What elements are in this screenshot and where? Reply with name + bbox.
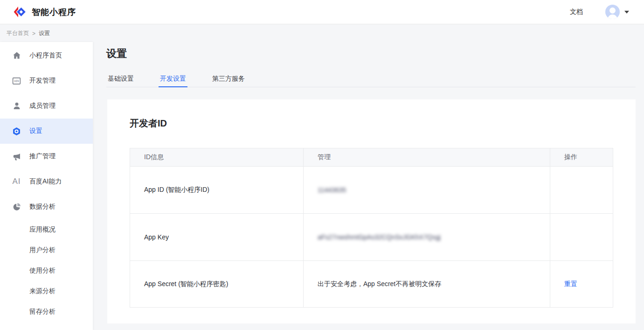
sidebar-item-home[interactable]: 小程序首页	[0, 43, 93, 68]
table-row-app-secret: App Secret (智能小程序密匙) 出于安全考虑，App Secret不再…	[130, 261, 613, 307]
sidebar-subitem-user-analysis[interactable]: 用户分析	[0, 240, 93, 260]
sidebar-item-label: 数据分析	[29, 203, 55, 211]
megaphone-icon	[12, 152, 21, 161]
breadcrumb-current: 设置	[39, 29, 50, 37]
table-row-app-key: App Key aFs27nwshmtGpAs32CQnSxJGKhX7Qsgj	[130, 214, 613, 261]
tab-basic-settings[interactable]: 基础设置	[106, 70, 135, 87]
ai-icon-text: AI	[12, 177, 21, 186]
ai-icon: AI	[12, 177, 21, 187]
sidebar-item-members[interactable]: 成员管理	[0, 93, 93, 119]
tab-third-party-services[interactable]: 第三方服务	[211, 70, 246, 87]
settings-gear-icon	[12, 126, 21, 136]
chevron-down-icon[interactable]	[624, 11, 629, 14]
table-header-management: 管理	[304, 148, 550, 166]
sidebar-subitem-source-analysis[interactable]: 来源分析	[0, 281, 93, 302]
brand-title: 智能小程序	[32, 7, 76, 18]
reset-secret-button[interactable]: 重置	[564, 280, 577, 288]
sidebar-item-label: 百度AI能力	[29, 177, 62, 186]
breadcrumb-separator: >	[32, 30, 35, 37]
breadcrumb-platform-home[interactable]: 平台首页	[7, 29, 29, 37]
header-right: 文档	[570, 5, 629, 19]
sidebar-item-label: 成员管理	[29, 102, 55, 110]
sidebar-item-label: 小程序首页	[29, 51, 62, 60]
settings-tabs: 基础设置 开发设置 第三方服务	[106, 70, 636, 87]
home-icon	[12, 51, 21, 61]
sidebar-subitem-app-overview[interactable]: 应用概况	[0, 219, 93, 240]
table-header-actions: 操作	[550, 148, 613, 166]
sidebar-subitem-usage-analysis[interactable]: 使用分析	[0, 260, 93, 281]
table-row-app-id: App ID (智能小程序ID) 11443635	[130, 167, 613, 214]
user-avatar[interactable]	[605, 5, 620, 19]
pie-chart-icon	[12, 202, 21, 212]
sidebar-item-settings[interactable]: 设置	[0, 119, 93, 144]
developer-id-table: ID信息 管理 操作 App ID (智能小程序ID) 11443635 App…	[130, 148, 613, 308]
app-key-action-cell	[550, 214, 613, 260]
sidebar-item-data-analysis[interactable]: 数据分析	[0, 194, 93, 219]
page-title: 设置	[106, 47, 127, 61]
sidebar-item-label: 设置	[29, 127, 42, 135]
brand-logo[interactable]: 智能小程序	[13, 6, 76, 18]
developer-id-heading: 开发者ID	[130, 117, 167, 130]
sidebar-item-label: 推广管理	[29, 152, 55, 161]
app-id-value-redacted: 11443635	[318, 186, 346, 194]
members-icon	[12, 101, 21, 111]
app-key-label: App Key	[144, 233, 169, 241]
svg-text:</>: </>	[14, 79, 19, 83]
top-header: 智能小程序 文档	[0, 0, 644, 24]
docs-link[interactable]: 文档	[570, 8, 583, 16]
breadcrumb: 平台首页 > 设置	[0, 25, 644, 42]
sidebar-subitem-retention-analysis[interactable]: 留存分析	[0, 302, 93, 322]
smartapp-logo-icon	[13, 6, 27, 18]
sidebar-nav: 小程序首页 </> 开发管理 成员管理 设置	[0, 42, 93, 330]
sidebar-item-label: 开发管理	[29, 77, 55, 85]
app-id-label: App ID (智能小程序ID)	[144, 186, 209, 194]
sidebar-item-dev-management[interactable]: </> 开发管理	[0, 68, 93, 93]
code-icon: </>	[12, 76, 21, 86]
app-secret-note: 出于安全考虑，App Secret不再被明文保存	[318, 280, 441, 288]
table-header-id-info: ID信息	[130, 148, 304, 166]
sidebar-item-promotion[interactable]: 推广管理	[0, 144, 93, 169]
app-id-action-cell	[550, 167, 613, 213]
table-header-row: ID信息 管理 操作	[130, 148, 613, 167]
avatar-head-shape	[609, 7, 616, 14]
app-secret-label: App Secret (智能小程序密匙)	[144, 280, 228, 288]
app-key-value-redacted: aFs27nwshmtGpAs32CQnSxJGKhX7Qsgj	[318, 233, 441, 241]
avatar-bust-shape	[608, 14, 617, 19]
developer-id-card: 开发者ID ID信息 管理 操作 App ID (智能小程序ID) 114436…	[107, 99, 636, 323]
tab-dev-settings[interactable]: 开发设置	[159, 70, 187, 87]
sidebar-item-baidu-ai[interactable]: AI 百度AI能力	[0, 169, 93, 194]
